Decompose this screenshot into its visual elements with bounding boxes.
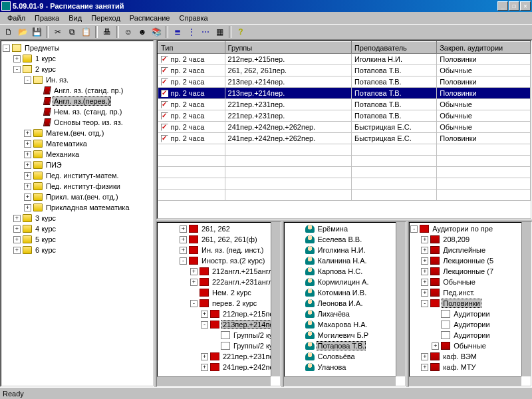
- tree-node[interactable]: +212пер.+215пер: [158, 309, 279, 319]
- tree-label[interactable]: Нем. 2 курс: [211, 289, 253, 297]
- tree-label[interactable]: Дисплейные: [442, 246, 487, 254]
- expand-icon[interactable]: +: [190, 279, 198, 286]
- tree-node[interactable]: +Пед. институт-физики: [3, 181, 152, 192]
- list2-icon[interactable]: ⋮: [186, 26, 198, 38]
- tree-node[interactable]: +ПИЭ: [3, 160, 152, 170]
- tree-label[interactable]: 261, 262, 261(ф): [200, 235, 259, 243]
- expand-icon[interactable]: +: [13, 225, 21, 233]
- tree-label[interactable]: Потапова Т.В.: [317, 341, 366, 350]
- tree-node[interactable]: Калинина Н.А.: [285, 255, 405, 266]
- collapse-icon[interactable]: -: [24, 76, 31, 84]
- tree-label[interactable]: Матем.(веч. отд.): [45, 129, 105, 137]
- tree-node[interactable]: Потапова Т.В.: [285, 340, 405, 351]
- tree-label[interactable]: каф. МТУ: [442, 363, 477, 371]
- tree-node[interactable]: Англ. яз.(перев.): [3, 96, 152, 106]
- tree-label[interactable]: Пед. институт-матем.: [45, 172, 120, 180]
- tree-node[interactable]: Основы теор. из. яз.: [3, 117, 152, 128]
- expand-icon[interactable]: +: [13, 247, 21, 254]
- menu-вид[interactable]: Вид: [64, 13, 86, 23]
- cut-icon[interactable]: ✂: [52, 26, 64, 38]
- scrollbar[interactable]: [271, 222, 281, 376]
- collapse-icon[interactable]: -: [180, 257, 187, 265]
- tree-label[interactable]: каф. ВЭМ: [442, 352, 478, 360]
- tree-node[interactable]: +5 курс: [3, 234, 152, 245]
- tree-node[interactable]: +Обычные: [410, 340, 530, 351]
- tree-label[interactable]: 5 курс: [34, 235, 57, 243]
- checkbox-icon[interactable]: [161, 124, 168, 131]
- expand-icon[interactable]: +: [13, 55, 21, 63]
- collapse-icon[interactable]: -: [421, 300, 428, 307]
- tree-label[interactable]: Ин. яз. (пед. инст.): [200, 246, 265, 254]
- tree-node[interactable]: +221пер.+231пер: [158, 351, 279, 362]
- tree-label[interactable]: Лекционные (5: [442, 257, 495, 265]
- tree-node[interactable]: +Пед.инст.: [410, 287, 530, 298]
- tree-node[interactable]: +6 курс: [3, 245, 152, 255]
- paste-icon[interactable]: 📋: [80, 26, 92, 38]
- expand-icon[interactable]: +: [24, 151, 31, 158]
- tree-label[interactable]: Иголкина Н.И.: [317, 246, 367, 254]
- tree-label[interactable]: Прикладная математика: [45, 203, 131, 211]
- expand-icon[interactable]: +: [421, 257, 428, 265]
- tree-node[interactable]: -Ин. яз.: [3, 74, 152, 85]
- lessons-grid[interactable]: ТипГруппыПреподавательЗакреп. аудитории …: [158, 41, 531, 201]
- tree-node[interactable]: -2 курс: [3, 64, 152, 74]
- checkbox-icon[interactable]: [161, 90, 168, 97]
- expand-icon[interactable]: +: [421, 236, 428, 243]
- scrollbar[interactable]: [284, 376, 396, 386]
- menu-расписание[interactable]: Расписание: [125, 13, 175, 23]
- table-row[interactable]: пр. 2 часа221пер.+231пер.Потапова Т.В.Об…: [158, 99, 531, 110]
- tree-label[interactable]: Основы теор. из. яз.: [53, 118, 124, 126]
- expand-icon[interactable]: +: [421, 279, 428, 286]
- tree-node[interactable]: Ерёмина: [285, 223, 405, 234]
- tree-node[interactable]: +208,209: [410, 234, 530, 245]
- tree-label[interactable]: перев. 2 курс: [211, 299, 258, 307]
- expand-icon[interactable]: +: [24, 140, 31, 148]
- tree-label[interactable]: Кормилицин А.: [317, 278, 370, 286]
- books-icon[interactable]: 📚: [150, 26, 162, 38]
- tree-node[interactable]: +3 курс: [3, 213, 152, 223]
- tree-node[interactable]: +Лекционные (7: [410, 266, 530, 277]
- menu-файл[interactable]: Файл: [3, 13, 30, 23]
- tree-label[interactable]: Аудитории по пре: [431, 225, 494, 233]
- open-icon[interactable]: 📂: [17, 26, 29, 38]
- tree-label[interactable]: Еселева В.В.: [317, 235, 364, 243]
- tree-label[interactable]: Половинки: [442, 299, 481, 308]
- tree-label[interactable]: Предметы: [23, 44, 61, 52]
- tree-label[interactable]: 2 курс: [34, 65, 57, 73]
- expand-icon[interactable]: +: [24, 162, 31, 169]
- tree-node[interactable]: +Прикл. мат.(веч. отд.): [3, 192, 152, 202]
- tree-label[interactable]: 222англ.+231англ.: [211, 278, 276, 286]
- column-header[interactable]: Группы: [225, 42, 351, 54]
- tree-label[interactable]: Соловьёва: [317, 352, 356, 360]
- expand-icon[interactable]: +: [24, 194, 31, 201]
- expand-icon[interactable]: +: [421, 289, 428, 297]
- tree-node[interactable]: Котомина И.В.: [285, 287, 405, 298]
- tree-label[interactable]: Аудитории: [452, 310, 491, 318]
- expand-icon[interactable]: +: [190, 268, 198, 275]
- expand-icon[interactable]: +: [421, 247, 428, 254]
- tree-label[interactable]: 261, 262: [200, 225, 231, 233]
- tree-label[interactable]: Аудитории: [452, 321, 491, 329]
- expand-icon[interactable]: +: [421, 364, 428, 371]
- tree-node[interactable]: +Механика: [3, 149, 152, 160]
- copy-icon[interactable]: ⧉: [66, 26, 78, 38]
- expand-icon[interactable]: +: [24, 204, 31, 211]
- tree-node[interactable]: Уланова: [285, 362, 405, 372]
- tree-node[interactable]: +212англ.+215англ.: [158, 266, 279, 277]
- tree-node[interactable]: Англ. яз. (станд. пр.): [3, 85, 152, 96]
- tree-node[interactable]: Нем. яз. (станд. пр.): [3, 106, 152, 117]
- tree-node[interactable]: Лихачёва: [285, 309, 405, 319]
- checkbox-icon[interactable]: [161, 112, 168, 120]
- tree-label[interactable]: Механика: [45, 150, 80, 158]
- table-row[interactable]: пр. 2 часа213пер.+214пер.Потапова Т.В.По…: [158, 76, 531, 88]
- tree-label[interactable]: Группы/2 ку: [232, 331, 274, 339]
- tree-label[interactable]: Ин. яз.: [45, 76, 70, 84]
- tree-node[interactable]: Иголкина Н.И.: [285, 245, 405, 255]
- checkbox-icon[interactable]: [161, 56, 168, 63]
- tree-node[interactable]: +Дисплейные: [410, 245, 530, 255]
- print-icon[interactable]: 🖶: [101, 26, 113, 38]
- expand-icon[interactable]: +: [24, 172, 31, 180]
- checkbox-icon[interactable]: [161, 78, 168, 86]
- tree-label[interactable]: Обычные: [442, 278, 477, 286]
- checkbox-icon[interactable]: [161, 67, 168, 74]
